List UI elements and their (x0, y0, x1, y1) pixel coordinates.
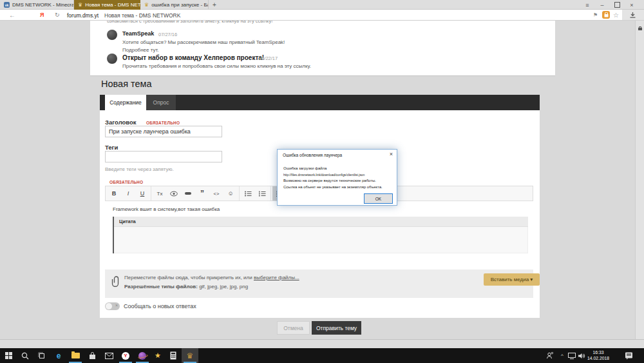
refresh-icon[interactable]: ↻ (55, 12, 60, 18)
tab-dms-network[interactable]: vk DMS NETWORK - Minecraft (0, 0, 74, 10)
file-explorer-button[interactable] (67, 348, 84, 363)
dms-launcher-button[interactable]: ♛ (182, 348, 198, 363)
paperclip-icon (111, 276, 121, 287)
clock[interactable]: 16:33 14.02.2018 (587, 349, 609, 361)
address-bar[interactable]: ← Я ↻ forum.dms.yt Новая тема - DMS NETW… (0, 10, 622, 21)
tab-title: Новая тема - DMS NETW (85, 2, 140, 8)
browser-side-strip[interactable] (635, 21, 644, 348)
edge-button[interactable]: e (50, 348, 67, 363)
dropzone-text: Переместите файлы сюда, чтобы прикрепить… (124, 275, 299, 280)
clock-time: 16:33 (587, 349, 609, 355)
show-hidden-icons-button[interactable]: ^ (558, 348, 567, 363)
menu-icon[interactable]: ≡ (582, 0, 593, 10)
site-crown-icon: ♛ (78, 3, 82, 8)
attachment-dropzone[interactable]: Переместите файлы сюда, чтобы прикрепить… (105, 270, 533, 298)
page-footer-strip (0, 339, 644, 348)
tab-title: DMS NETWORK - Minecraft (12, 2, 74, 8)
yandex-browser-icon: Y (122, 352, 129, 360)
toggle-knob (106, 303, 112, 309)
quote-icon[interactable]: ” (195, 186, 209, 201)
url-text[interactable]: forum.dms.yt (67, 12, 99, 19)
search-icon (21, 352, 29, 360)
task-view-icon (38, 352, 46, 359)
quote-block[interactable]: Цитата (113, 217, 528, 253)
favorites-button[interactable]: ★ (151, 348, 165, 363)
star-icon: ★ (155, 351, 161, 360)
vk-icon: vk (4, 2, 10, 8)
close-window-button[interactable]: × (626, 0, 638, 10)
tab-content[interactable]: Содержание (105, 95, 146, 110)
lock-glyph (604, 12, 609, 17)
task-view-button[interactable] (33, 348, 50, 363)
bookmark-star-icon[interactable]: ☆ (613, 12, 619, 19)
post-date: 06/22/17 (259, 55, 278, 61)
toggle-off-icon: × (115, 303, 118, 308)
bold-icon[interactable]: B (107, 186, 121, 201)
clear-format-icon[interactable]: Tx (153, 186, 167, 201)
notify-toggle[interactable]: × (105, 302, 120, 310)
new-tab-button[interactable]: + (213, 1, 216, 8)
mail-icon (105, 353, 113, 359)
site-crown-icon: ♛ (144, 3, 149, 8)
store-button[interactable] (84, 348, 100, 363)
required-badge: ОБЯЗАТЕЛЬНО (146, 121, 180, 125)
dialog-close-icon[interactable]: × (390, 151, 393, 157)
restore-icon (614, 2, 620, 8)
browser-tab-strip: vk DMS NETWORK - Minecraft ♛ Новая тема … (0, 0, 644, 10)
quote-body (114, 227, 528, 253)
tab-error-topic[interactable]: ♛ ошибка при запуске - Баги (140, 0, 209, 10)
network-tray-icon[interactable] (567, 348, 577, 363)
windows-logo-icon (5, 352, 12, 359)
tab-poll[interactable]: Опрос (146, 95, 176, 110)
mail-button[interactable] (100, 348, 117, 363)
choose-files-link[interactable]: выберите файлы... (254, 275, 299, 280)
tab-new-topic-active[interactable]: ♛ Новая тема - DMS NETW × (74, 0, 140, 10)
post-title-link[interactable]: Открыт набор в команду Хелперов проекта! (122, 54, 264, 61)
italic-icon[interactable]: I (121, 186, 135, 201)
yandex-browser-button[interactable]: Y (117, 348, 134, 363)
bullet-list-icon[interactable] (241, 186, 255, 201)
preview-eye-icon[interactable] (167, 186, 181, 201)
notification-center-button[interactable] (622, 348, 635, 363)
downloads-area[interactable] (622, 10, 644, 21)
protect-lock-icon[interactable] (602, 11, 610, 19)
notification-icon (625, 352, 633, 360)
cancel-button[interactable]: Отмена (277, 321, 310, 335)
back-icon[interactable]: ← (9, 12, 15, 19)
windows-taskbar: e Y ★ ♛ ^ РУС 16:33 14.02.2018 (0, 348, 644, 363)
avatar[interactable] (107, 54, 117, 64)
editor-text[interactable]: Framework вшит в систему,вот такая ошибк… (113, 206, 220, 212)
calculator-button[interactable] (165, 348, 182, 363)
title-input[interactable] (105, 126, 222, 137)
flag-icon[interactable]: ⚑ (593, 12, 598, 18)
numbered-list-icon[interactable] (255, 186, 269, 201)
ok-button[interactable]: OK (364, 193, 393, 204)
insert-media-button[interactable]: Вставить медиа ▾ (484, 273, 540, 286)
code-icon[interactable]: <> (209, 186, 223, 201)
title-label: Заголовок (105, 119, 137, 126)
page-title: Новая тема (101, 79, 152, 89)
minimize-button[interactable]: – (596, 0, 608, 10)
underline-icon[interactable]: U (135, 186, 149, 201)
link-icon[interactable] (181, 186, 195, 201)
start-button[interactable] (0, 348, 17, 363)
quote-header: Цитата (114, 217, 528, 227)
post-author[interactable]: TeamSpeak (122, 30, 154, 37)
game-app-button[interactable] (134, 348, 151, 363)
maximize-button[interactable] (611, 0, 623, 10)
avatar[interactable] (107, 30, 117, 40)
allowed-types-text: Разрешённые типы файлов: gif, jpeg, jpe,… (124, 284, 248, 289)
submit-topic-button[interactable]: Отправить тему (312, 321, 361, 335)
forum-posts-panel: ознакомиться с требованиями и заполнить … (90, 21, 555, 76)
tags-input[interactable] (105, 151, 222, 162)
download-icon[interactable] (630, 12, 636, 18)
tags-hint: Введите теги через запятую. (105, 166, 174, 172)
required-badge: ОБЯЗАТЕЛЬНО (109, 180, 143, 184)
post-line: Хотите общаться? Мы рассекречиваем наш п… (122, 39, 285, 45)
sidebar-pin-icon[interactable] (638, 26, 643, 31)
yandex-logo-icon[interactable]: Я (40, 12, 44, 18)
search-button[interactable] (17, 348, 33, 363)
emoji-icon[interactable]: ☺ (223, 186, 238, 201)
pen-people-tray-icon[interactable] (545, 348, 555, 363)
edge-icon: e (57, 351, 61, 360)
